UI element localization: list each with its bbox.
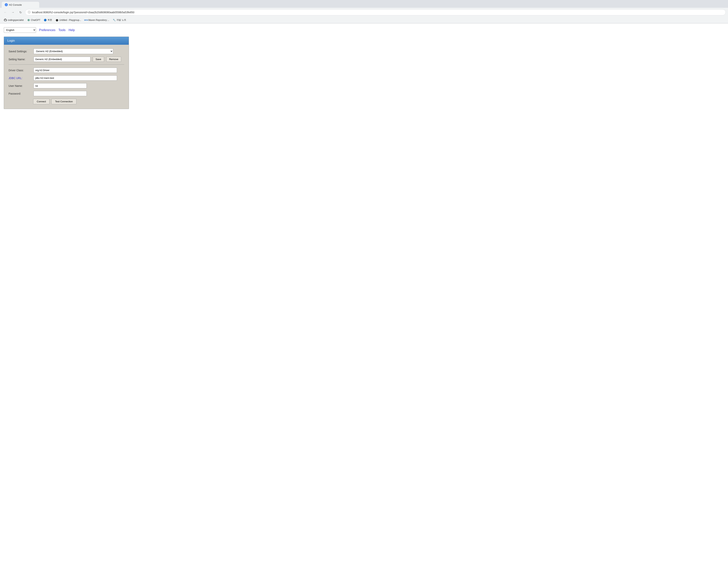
bookmark-label: codingspecialist — [8, 19, 24, 21]
browser-chrome: i H2 Console ← → ↻ ⓘ codingspecialist — [0, 0, 728, 24]
setting-name-label: Setting Name: — [9, 58, 31, 61]
bookmark-rtn[interactable]: 🔵 뤼튼 — [42, 18, 54, 22]
divider — [9, 64, 124, 65]
jdbc-url-row: JDBC URL: — [9, 75, 124, 81]
password-row: Password: — [9, 91, 124, 96]
bookmark-chatgpt[interactable]: ChatGPT — [26, 18, 42, 22]
github-icon — [4, 19, 7, 22]
security-icon: ⓘ — [28, 11, 31, 14]
setting-name-row: Setting Name: Save Remove — [9, 57, 124, 62]
bookmark-label: Maven Repository:... — [88, 19, 109, 21]
login-title: Login — [7, 39, 15, 42]
chatgpt-icon — [27, 19, 30, 22]
user-name-input[interactable] — [34, 83, 87, 88]
remove-button[interactable]: Remove — [106, 57, 121, 62]
browser-tab[interactable]: i H2 Console — [2, 2, 39, 8]
user-name-label: User Name: — [9, 84, 31, 87]
bookmark-label: 개발 노트 — [116, 18, 126, 22]
user-name-row: User Name: — [9, 83, 124, 88]
jdbc-url-input[interactable] — [34, 75, 117, 81]
saved-settings-select[interactable]: Generic H2 (Embedded)Generic H2 (Server)… — [34, 49, 113, 54]
password-label: Password: — [9, 92, 31, 95]
back-icon: ← — [4, 11, 7, 14]
forward-icon: → — [11, 11, 14, 14]
language-select[interactable]: EnglishKoreanJapaneseChineseFrenchGerman — [4, 27, 36, 33]
tab-favicon: i — [5, 3, 8, 6]
top-nav: EnglishKoreanJapaneseChineseFrenchGerman… — [4, 27, 724, 33]
reload-icon: ↻ — [19, 11, 22, 14]
bookmark-untitled[interactable]: ⬤ Untitled - Playgroup... — [54, 18, 83, 22]
bookmark-label: Untitled - Playgroup... — [59, 19, 81, 21]
browser-toolbar: ← → ↻ ⓘ — [0, 8, 728, 17]
help-link[interactable]: Help — [69, 28, 75, 32]
preferences-link[interactable]: Preferences — [39, 28, 55, 32]
driver-class-label: Driver Class: — [9, 69, 31, 72]
save-button[interactable]: Save — [93, 57, 104, 62]
setting-name-input[interactable] — [34, 57, 90, 62]
jdbc-url-label: JDBC URL: — [9, 77, 31, 80]
bookmarks-bar: codingspecialist ChatGPT 🔵 뤼튼 ⬤ Untitled… — [0, 17, 728, 23]
maven-icon: MVN — [85, 19, 88, 22]
bookmark-codingspecialist[interactable]: codingspecialist — [2, 18, 25, 22]
login-body: Saved Settings: Generic H2 (Embedded)Gen… — [4, 45, 129, 109]
password-input[interactable] — [34, 91, 87, 96]
untitled-icon: ⬤ — [56, 19, 59, 22]
address-input[interactable] — [32, 11, 723, 14]
connect-row: Connect Test Connection — [9, 99, 124, 104]
rtn-icon: 🔵 — [44, 19, 47, 22]
bookmark-label: 뤼튼 — [48, 18, 52, 22]
forward-button[interactable]: → — [10, 9, 16, 15]
driver-class-row: Driver Class: — [9, 68, 124, 73]
tab-title: H2 Console — [9, 3, 22, 6]
bookmark-maven[interactable]: MVN Maven Repository:... — [83, 18, 111, 22]
connect-button[interactable]: Connect — [33, 99, 49, 104]
browser-tabs: i H2 Console — [0, 0, 728, 8]
login-header: Login — [4, 37, 129, 45]
test-connection-button[interactable]: Test Connection — [51, 99, 76, 104]
reload-button[interactable]: ↻ — [17, 9, 24, 15]
login-panel: Login Saved Settings: Generic H2 (Embedd… — [4, 37, 129, 109]
tools-link[interactable]: Tools — [58, 28, 65, 32]
tools-icon: 🔧 — [113, 19, 116, 22]
back-button[interactable]: ← — [2, 9, 8, 15]
driver-class-input[interactable] — [34, 68, 117, 73]
saved-settings-label: Saved Settings: — [9, 50, 31, 53]
saved-settings-row: Saved Settings: Generic H2 (Embedded)Gen… — [9, 49, 124, 54]
svg-point-0 — [27, 19, 30, 21]
page-content: EnglishKoreanJapaneseChineseFrenchGerman… — [0, 24, 728, 569]
address-bar[interactable]: ⓘ — [25, 9, 726, 15]
bookmark-devnotes[interactable]: 🔧 개발 노트 — [111, 18, 128, 22]
bookmark-label: ChatGPT — [31, 19, 40, 21]
